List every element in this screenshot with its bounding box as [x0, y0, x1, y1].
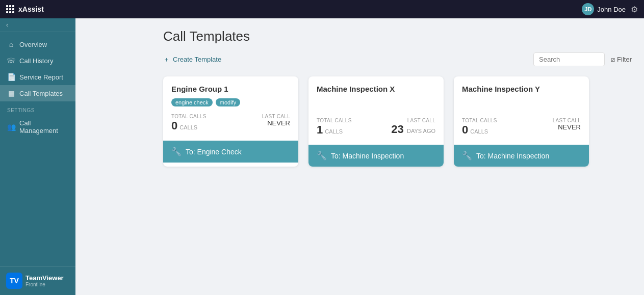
teamviewer-logo: TV TeamViewer Frontline	[6, 273, 64, 289]
settings-icon[interactable]: ⚙	[631, 5, 638, 14]
call-icon: 🔧	[317, 151, 327, 160]
last-call-block: LAST CALL NEVER	[262, 114, 290, 127]
grid-small-icon: ▦	[7, 89, 15, 97]
tag: modify	[216, 98, 240, 106]
sidebar-header: xAssist	[0, 0, 75, 18]
card-footer[interactable]: 🔧 To: Machine Inspection	[454, 145, 589, 167]
sidebar-item-label: Call Management	[19, 119, 68, 135]
last-call-never: NEVER	[262, 119, 290, 127]
last-call-value: 23 DAYS AGO	[391, 123, 435, 136]
calls-unit: CALLS	[179, 124, 197, 130]
stat-num-row: 0 CALLS	[171, 119, 207, 132]
sidebar-item-call-history[interactable]: ☏ Call History	[0, 52, 75, 69]
last-call-label: LAST CALL	[262, 114, 290, 119]
calls-unit: CALLS	[470, 128, 488, 135]
total-calls-value: 0	[462, 123, 468, 137]
card-body: Machine Inspection X TOTAL CALLS 1 CALLS…	[308, 76, 444, 145]
users-icon: 👥	[7, 123, 15, 131]
filter-button[interactable]: ⧄ Filter	[611, 56, 632, 64]
card-stats: TOTAL CALLS 0 CALLS LAST CALL NEVER	[462, 118, 581, 137]
search-input[interactable]	[533, 52, 605, 66]
template-card: Engine Group 1 engine checkmodify TOTAL …	[163, 76, 298, 167]
filter-label: Filter	[617, 56, 632, 63]
avatar: JD	[582, 3, 594, 15]
file-icon: 📄	[7, 73, 15, 81]
card-footer-text: To: Machine Inspection	[331, 152, 404, 160]
tv-icon: TV	[6, 273, 22, 289]
last-call-block: LAST CALL 23 DAYS AGO	[391, 118, 435, 136]
card-footer-text: To: Machine Inspection	[476, 152, 549, 160]
calls-unit: CALLS	[325, 128, 343, 135]
sidebar-item-label: Overview	[19, 41, 47, 48]
sidebar-item-label: Call History	[19, 57, 53, 65]
sidebar-back-button[interactable]: ‹	[0, 18, 75, 32]
card-body: Engine Group 1 engine checkmodify TOTAL …	[163, 76, 298, 141]
total-calls-value: 1	[317, 123, 323, 137]
template-card: Machine Inspection X TOTAL CALLS 1 CALLS…	[308, 76, 444, 167]
card-title: Machine Inspection X	[317, 85, 435, 93]
create-template-label: Create Template	[173, 56, 221, 63]
cards-grid: Engine Group 1 engine checkmodify TOTAL …	[163, 76, 632, 167]
last-call-label: LAST CALL	[553, 118, 581, 123]
total-calls-label: TOTAL CALLS	[317, 118, 352, 123]
user-name: John Doe	[597, 6, 626, 13]
sidebar-footer: TV TeamViewer Frontline	[0, 266, 75, 295]
card-footer[interactable]: 🔧 To: Machine Inspection	[308, 145, 444, 167]
user-info: JD John Doe	[582, 3, 626, 15]
call-icon: 🔧	[462, 151, 472, 160]
card-tags	[317, 98, 435, 111]
back-icon: ‹	[6, 21, 8, 29]
brand-sub: Frontline	[25, 282, 64, 287]
topbar: JD John Doe ⚙	[75, 0, 644, 18]
sidebar-item-label: Call Templates	[19, 90, 63, 97]
total-calls-value: 0	[171, 119, 177, 132]
toolbar: ＋ Create Template ⧄ Filter	[163, 52, 632, 66]
plus-icon: ＋	[163, 55, 170, 64]
total-calls-block: TOTAL CALLS 1 CALLS	[317, 118, 352, 137]
card-tags: engine checkmodify	[171, 98, 290, 106]
call-icon: 🔧	[171, 147, 182, 156]
tag: engine check	[171, 98, 213, 106]
card-tags	[462, 98, 581, 111]
settings-section-label: SETTINGS	[0, 101, 75, 115]
card-footer-text: To: Engine Check	[186, 148, 242, 156]
page-title: Call Templates	[163, 29, 632, 44]
sidebar-item-label: Service Report	[19, 73, 63, 81]
tv-text: TeamViewer Frontline	[25, 274, 64, 287]
card-title: Machine Inspection Y	[462, 85, 581, 93]
total-calls-block: TOTAL CALLS 0 CALLS	[462, 118, 497, 137]
stat-num-row: 0 CALLS	[462, 123, 497, 137]
brand-name: TeamViewer	[25, 274, 64, 282]
sidebar-nav: ⌂ Overview ☏ Call History 📄 Service Repo…	[0, 32, 75, 266]
total-calls-label: TOTAL CALLS	[462, 118, 497, 123]
card-stats: TOTAL CALLS 1 CALLS LAST CALL 23 DAYS AG…	[317, 118, 435, 137]
sidebar-item-call-templates[interactable]: ▦ Call Templates	[0, 85, 75, 101]
template-card: Machine Inspection Y TOTAL CALLS 0 CALLS…	[454, 76, 589, 167]
sidebar-item-service-report[interactable]: 📄 Service Report	[0, 69, 75, 85]
app-name: xAssist	[18, 5, 44, 13]
last-call-never: NEVER	[553, 123, 581, 131]
card-body: Machine Inspection Y TOTAL CALLS 0 CALLS…	[454, 76, 589, 145]
toolbar-right: ⧄ Filter	[533, 52, 632, 66]
sidebar-item-call-management[interactable]: 👥 Call Management	[0, 115, 75, 139]
sidebar: xAssist ‹ ⌂ Overview ☏ Call History 📄 Se…	[0, 0, 75, 295]
phone-icon: ☏	[7, 57, 15, 65]
total-calls-block: TOTAL CALLS 0 CALLS	[171, 114, 207, 132]
card-stats: TOTAL CALLS 0 CALLS LAST CALL NEVER	[171, 114, 290, 132]
stat-num-row: 1 CALLS	[317, 123, 352, 137]
card-title: Engine Group 1	[171, 85, 290, 93]
main-content: Call Templates ＋ Create Template ⧄ Filte…	[151, 18, 644, 295]
total-calls-label: TOTAL CALLS	[171, 114, 207, 119]
card-footer[interactable]: 🔧 To: Engine Check	[163, 141, 298, 163]
create-template-button[interactable]: ＋ Create Template	[163, 55, 221, 64]
sidebar-item-overview[interactable]: ⌂ Overview	[0, 36, 75, 52]
last-call-block: LAST CALL NEVER	[553, 118, 581, 131]
filter-icon: ⧄	[611, 56, 615, 64]
grid-icon	[6, 5, 14, 13]
home-icon: ⌂	[7, 40, 15, 48]
